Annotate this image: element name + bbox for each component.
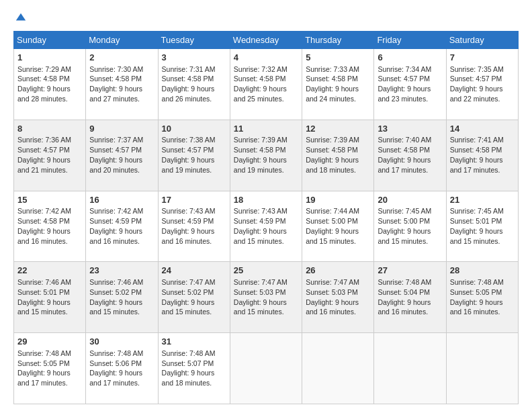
day-number: 31 bbox=[162, 336, 226, 348]
calendar-week-row: 22 Sunrise: 7:46 AMSunset: 5:01 PMDaylig… bbox=[14, 262, 519, 333]
calendar-cell: 11 Sunrise: 7:39 AMSunset: 4:58 PMDaylig… bbox=[230, 120, 302, 191]
calendar-cell: 19 Sunrise: 7:44 AMSunset: 5:00 PMDaylig… bbox=[302, 191, 374, 262]
day-info: Sunrise: 7:47 AMSunset: 5:03 PMDaylight:… bbox=[234, 278, 287, 316]
calendar-week-row: 15 Sunrise: 7:42 AMSunset: 4:58 PMDaylig… bbox=[14, 191, 519, 262]
day-number: 14 bbox=[450, 123, 515, 135]
day-number: 29 bbox=[17, 336, 82, 348]
calendar-cell: 24 Sunrise: 7:47 AMSunset: 5:02 PMDaylig… bbox=[158, 262, 230, 333]
day-info: Sunrise: 7:38 AMSunset: 4:57 PMDaylight:… bbox=[162, 136, 216, 174]
calendar-cell: 9 Sunrise: 7:37 AMSunset: 4:57 PMDayligh… bbox=[86, 120, 158, 191]
svg-marker-0 bbox=[16, 13, 26, 21]
calendar-cell bbox=[374, 333, 446, 404]
day-number: 13 bbox=[378, 123, 442, 135]
calendar-cell: 25 Sunrise: 7:47 AMSunset: 5:03 PMDaylig… bbox=[230, 262, 302, 333]
day-number: 27 bbox=[378, 265, 442, 277]
calendar-cell: 21 Sunrise: 7:45 AMSunset: 5:01 PMDaylig… bbox=[446, 191, 518, 262]
day-info: Sunrise: 7:43 AMSunset: 4:59 PMDaylight:… bbox=[234, 207, 287, 245]
calendar-week-row: 8 Sunrise: 7:36 AMSunset: 4:57 PMDayligh… bbox=[14, 120, 519, 191]
day-info: Sunrise: 7:48 AMSunset: 5:05 PMDaylight:… bbox=[450, 278, 504, 316]
day-number: 16 bbox=[89, 194, 154, 206]
day-number: 21 bbox=[450, 194, 515, 206]
calendar-header-row: SundayMondayTuesdayWednesdayThursdayFrid… bbox=[14, 32, 519, 49]
calendar-cell bbox=[446, 333, 518, 404]
day-info: Sunrise: 7:47 AMSunset: 5:03 PMDaylight:… bbox=[306, 278, 359, 316]
calendar-cell: 4 Sunrise: 7:32 AMSunset: 4:58 PMDayligh… bbox=[230, 49, 302, 120]
calendar-week-row: 1 Sunrise: 7:29 AMSunset: 4:58 PMDayligh… bbox=[14, 49, 519, 120]
calendar-cell: 15 Sunrise: 7:42 AMSunset: 4:58 PMDaylig… bbox=[14, 191, 86, 262]
weekday-header-wednesday: Wednesday bbox=[230, 32, 302, 49]
day-number: 17 bbox=[162, 194, 226, 206]
day-info: Sunrise: 7:39 AMSunset: 4:58 PMDaylight:… bbox=[306, 136, 359, 174]
logo bbox=[13, 12, 27, 24]
calendar-cell bbox=[302, 333, 374, 404]
weekday-header-monday: Monday bbox=[86, 32, 158, 49]
day-info: Sunrise: 7:48 AMSunset: 5:05 PMDaylight:… bbox=[17, 349, 71, 387]
calendar-cell: 20 Sunrise: 7:45 AMSunset: 5:00 PMDaylig… bbox=[374, 191, 446, 262]
calendar-cell: 18 Sunrise: 7:43 AMSunset: 4:59 PMDaylig… bbox=[230, 191, 302, 262]
day-info: Sunrise: 7:42 AMSunset: 4:58 PMDaylight:… bbox=[17, 207, 71, 245]
calendar-cell: 29 Sunrise: 7:48 AMSunset: 5:05 PMDaylig… bbox=[14, 333, 86, 404]
day-number: 26 bbox=[306, 265, 370, 277]
day-info: Sunrise: 7:32 AMSunset: 4:58 PMDaylight:… bbox=[234, 65, 287, 103]
day-info: Sunrise: 7:48 AMSunset: 5:04 PMDaylight:… bbox=[378, 278, 431, 316]
day-info: Sunrise: 7:47 AMSunset: 5:02 PMDaylight:… bbox=[162, 278, 216, 316]
day-number: 18 bbox=[234, 194, 298, 206]
day-info: Sunrise: 7:33 AMSunset: 4:58 PMDaylight:… bbox=[306, 65, 359, 103]
day-number: 9 bbox=[89, 123, 154, 135]
day-number: 2 bbox=[89, 52, 154, 64]
calendar-table: SundayMondayTuesdayWednesdayThursdayFrid… bbox=[13, 31, 519, 404]
day-info: Sunrise: 7:31 AMSunset: 4:58 PMDaylight:… bbox=[162, 65, 216, 103]
day-info: Sunrise: 7:30 AMSunset: 4:58 PMDaylight:… bbox=[89, 65, 143, 103]
day-info: Sunrise: 7:46 AMSunset: 5:02 PMDaylight:… bbox=[89, 278, 143, 316]
calendar-cell: 1 Sunrise: 7:29 AMSunset: 4:58 PMDayligh… bbox=[14, 49, 86, 120]
calendar-cell: 28 Sunrise: 7:48 AMSunset: 5:05 PMDaylig… bbox=[446, 262, 518, 333]
calendar-cell: 23 Sunrise: 7:46 AMSunset: 5:02 PMDaylig… bbox=[86, 262, 158, 333]
day-number: 10 bbox=[162, 123, 226, 135]
calendar-week-row: 29 Sunrise: 7:48 AMSunset: 5:05 PMDaylig… bbox=[14, 333, 519, 404]
calendar-cell: 16 Sunrise: 7:42 AMSunset: 4:59 PMDaylig… bbox=[86, 191, 158, 262]
day-number: 8 bbox=[17, 123, 82, 135]
day-number: 28 bbox=[450, 265, 515, 277]
day-info: Sunrise: 7:45 AMSunset: 5:00 PMDaylight:… bbox=[378, 207, 431, 245]
day-info: Sunrise: 7:40 AMSunset: 4:58 PMDaylight:… bbox=[378, 136, 431, 174]
day-number: 11 bbox=[234, 123, 298, 135]
calendar-cell: 30 Sunrise: 7:48 AMSunset: 5:06 PMDaylig… bbox=[86, 333, 158, 404]
day-info: Sunrise: 7:42 AMSunset: 4:59 PMDaylight:… bbox=[89, 207, 143, 245]
day-number: 7 bbox=[450, 52, 515, 64]
day-number: 19 bbox=[306, 194, 370, 206]
calendar-cell: 17 Sunrise: 7:43 AMSunset: 4:59 PMDaylig… bbox=[158, 191, 230, 262]
calendar-cell: 14 Sunrise: 7:41 AMSunset: 4:58 PMDaylig… bbox=[446, 120, 518, 191]
weekday-header-saturday: Saturday bbox=[446, 32, 518, 49]
calendar-cell: 6 Sunrise: 7:34 AMSunset: 4:57 PMDayligh… bbox=[374, 49, 446, 120]
calendar-cell: 2 Sunrise: 7:30 AMSunset: 4:58 PMDayligh… bbox=[86, 49, 158, 120]
header bbox=[13, 12, 519, 24]
day-number: 12 bbox=[306, 123, 370, 135]
day-info: Sunrise: 7:35 AMSunset: 4:57 PMDaylight:… bbox=[450, 65, 504, 103]
calendar-cell: 3 Sunrise: 7:31 AMSunset: 4:58 PMDayligh… bbox=[158, 49, 230, 120]
weekday-header-sunday: Sunday bbox=[14, 32, 86, 49]
day-number: 3 bbox=[162, 52, 226, 64]
day-number: 24 bbox=[162, 265, 226, 277]
day-info: Sunrise: 7:48 AMSunset: 5:07 PMDaylight:… bbox=[162, 349, 216, 387]
weekday-header-thursday: Thursday bbox=[302, 32, 374, 49]
day-number: 1 bbox=[17, 52, 82, 64]
calendar-cell: 5 Sunrise: 7:33 AMSunset: 4:58 PMDayligh… bbox=[302, 49, 374, 120]
calendar-cell: 13 Sunrise: 7:40 AMSunset: 4:58 PMDaylig… bbox=[374, 120, 446, 191]
day-info: Sunrise: 7:48 AMSunset: 5:06 PMDaylight:… bbox=[89, 349, 143, 387]
day-info: Sunrise: 7:29 AMSunset: 4:58 PMDaylight:… bbox=[17, 65, 71, 103]
day-number: 4 bbox=[234, 52, 298, 64]
day-info: Sunrise: 7:36 AMSunset: 4:57 PMDaylight:… bbox=[17, 136, 71, 174]
calendar-cell: 7 Sunrise: 7:35 AMSunset: 4:57 PMDayligh… bbox=[446, 49, 518, 120]
day-info: Sunrise: 7:43 AMSunset: 4:59 PMDaylight:… bbox=[162, 207, 216, 245]
calendar-cell: 31 Sunrise: 7:48 AMSunset: 5:07 PMDaylig… bbox=[158, 333, 230, 404]
day-info: Sunrise: 7:34 AMSunset: 4:57 PMDaylight:… bbox=[378, 65, 431, 103]
calendar-cell: 27 Sunrise: 7:48 AMSunset: 5:04 PMDaylig… bbox=[374, 262, 446, 333]
day-number: 23 bbox=[89, 265, 154, 277]
calendar-cell bbox=[230, 333, 302, 404]
day-info: Sunrise: 7:41 AMSunset: 4:58 PMDaylight:… bbox=[450, 136, 504, 174]
weekday-header-tuesday: Tuesday bbox=[158, 32, 230, 49]
day-number: 25 bbox=[234, 265, 298, 277]
day-info: Sunrise: 7:39 AMSunset: 4:58 PMDaylight:… bbox=[234, 136, 287, 174]
day-number: 20 bbox=[378, 194, 442, 206]
day-number: 15 bbox=[17, 194, 82, 206]
